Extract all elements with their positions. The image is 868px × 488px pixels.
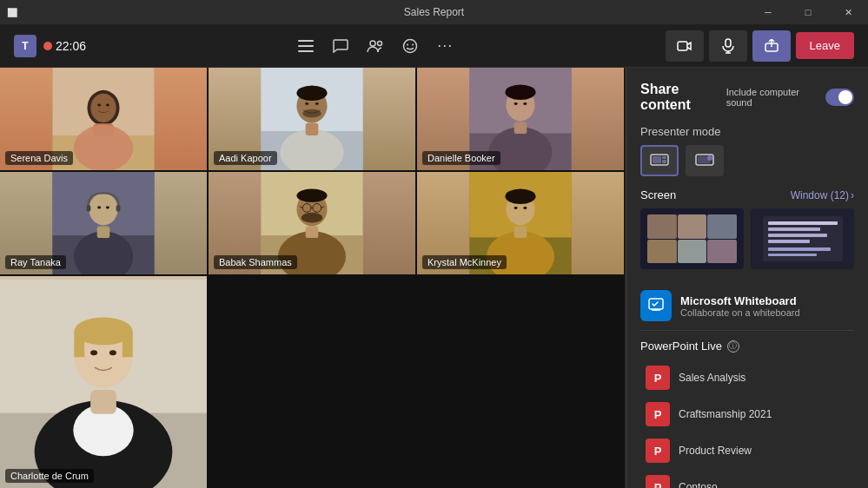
svg-point-65 [90, 350, 97, 355]
video-cell-krystal: Krystal McKinney [417, 172, 624, 274]
video-cell-babak: Babak Shammas [209, 172, 415, 274]
svg-rect-0 [298, 40, 314, 42]
ppt-icon-0: P [646, 366, 670, 390]
share-screen-button[interactable] [752, 30, 791, 62]
include-sound-toggle[interactable] [825, 89, 854, 106]
video-cell-aadi: Aadi Kapoor [209, 68, 415, 170]
ppt-item-3[interactable]: P Contoso [640, 469, 854, 488]
screen-section-header: Screen Window (12) › [640, 188, 854, 201]
svg-rect-86 [653, 156, 661, 163]
svg-rect-87 [662, 156, 666, 159]
svg-point-82 [505, 189, 535, 205]
share-header: Share content Include computer sound [640, 82, 854, 113]
ppt-name-1: Craftsmanship 2021 [679, 408, 772, 420]
svg-rect-2 [298, 50, 314, 52]
close-button[interactable]: ✕ [828, 0, 868, 24]
participant-name-charlotte: Charlotte de Crum [5, 469, 94, 483]
chat-button[interactable] [325, 30, 356, 62]
svg-rect-64 [123, 332, 133, 358]
meeting-timer: 22:06 [43, 39, 86, 53]
svg-rect-60 [90, 390, 116, 414]
video-cell-danielle: Danielle Booker [417, 68, 624, 170]
svg-point-3 [370, 41, 375, 46]
video-cell-serena: Serena Davis [0, 68, 207, 170]
menu-button[interactable] [290, 30, 321, 62]
svg-point-30 [315, 102, 319, 105]
camera-button[interactable] [666, 30, 704, 62]
presenter-opt-screen[interactable] [640, 145, 679, 176]
svg-rect-88 [662, 160, 666, 163]
include-sound-control: Include computer sound [726, 87, 854, 108]
screen-preview-main[interactable] [640, 208, 744, 269]
pptlive-header: PowerPoint Live ⓘ [640, 340, 854, 353]
ppt-icon-2: P [646, 439, 670, 463]
svg-point-18 [74, 125, 133, 170]
ppt-item-2[interactable]: P Product Review [640, 432, 854, 469]
whiteboard-icon [640, 290, 672, 321]
video-cell-ray: Ray Tanaka [0, 172, 207, 274]
svg-point-54 [301, 213, 322, 223]
meeting-toolbar: T 22:06 ··· Leave [0, 24, 868, 68]
ppt-name-2: Product Review [679, 445, 752, 457]
pptlive-title: PowerPoint Live [640, 340, 722, 353]
presenter-opt-picture[interactable] [686, 145, 724, 176]
include-sound-label: Include computer sound [726, 87, 820, 108]
participant-name-krystal: Krystal McKinney [422, 255, 507, 269]
presenter-mode-label: Presenter mode [640, 125, 854, 138]
leave-button[interactable]: Leave [796, 32, 854, 59]
svg-rect-26 [306, 122, 319, 135]
ppt-item-1[interactable]: P Craftsmanship 2021 [640, 396, 854, 432]
svg-point-84 [523, 207, 527, 209]
ppt-icon-3: P [646, 475, 670, 488]
svg-rect-9 [726, 39, 731, 47]
participant-name-aadi: Aadi Kapoor [214, 151, 277, 165]
record-indicator [43, 42, 52, 50]
svg-rect-38 [86, 205, 90, 212]
svg-point-5 [404, 39, 417, 52]
svg-point-66 [109, 350, 116, 355]
ppt-item-0[interactable]: P Sales Analysis [640, 359, 854, 396]
whiteboard-item[interactable]: Microsoft Whiteboard Collaborate on a wh… [640, 281, 854, 331]
svg-rect-1 [298, 45, 314, 47]
svg-rect-8 [678, 42, 687, 50]
participant-name-danielle: Danielle Booker [422, 151, 500, 165]
svg-rect-63 [74, 332, 84, 358]
svg-point-28 [296, 85, 327, 101]
svg-rect-46 [306, 226, 319, 238]
pptlive-info-icon[interactable]: ⓘ [727, 340, 739, 353]
svg-point-48 [296, 189, 327, 203]
more-button[interactable]: ··· [429, 30, 461, 62]
maximize-button[interactable]: □ [788, 0, 828, 24]
window-preview-main[interactable] [751, 208, 854, 269]
participants-button[interactable] [360, 30, 391, 62]
window-title: Sales Report [404, 6, 464, 18]
svg-point-4 [378, 41, 382, 45]
svg-point-7 [412, 43, 414, 45]
title-bar-left: ⬜ [0, 8, 17, 17]
svg-point-21 [106, 103, 109, 106]
svg-rect-36 [97, 226, 110, 238]
svg-point-29 [305, 102, 308, 105]
title-bar-controls: ─ □ ✕ [748, 0, 868, 24]
minimize-button[interactable]: ─ [748, 0, 788, 24]
video-cell-charlotte: Charlotte de Crum [0, 276, 207, 488]
participant-name-ray: Ray Tanaka [5, 255, 66, 269]
mic-button[interactable] [709, 30, 747, 62]
presenter-options [640, 145, 854, 176]
window-section-link[interactable]: Window (12) › [791, 189, 854, 201]
screen-previews [640, 208, 854, 269]
svg-point-6 [407, 43, 408, 45]
teams-logo: T [14, 35, 36, 57]
svg-rect-80 [514, 226, 527, 238]
svg-point-19 [90, 94, 116, 122]
svg-point-73 [505, 85, 535, 101]
svg-rect-71 [514, 122, 527, 134]
svg-point-74 [514, 102, 518, 105]
ppt-name-3: Contoso [679, 481, 718, 488]
share-panel-title: Share content [640, 82, 726, 113]
share-panel: Share content Include computer sound Pre… [626, 68, 868, 488]
reactions-button[interactable] [394, 30, 426, 62]
svg-point-41 [106, 207, 109, 209]
svg-point-91 [707, 155, 712, 161]
toolbar-right: Leave [666, 30, 854, 62]
